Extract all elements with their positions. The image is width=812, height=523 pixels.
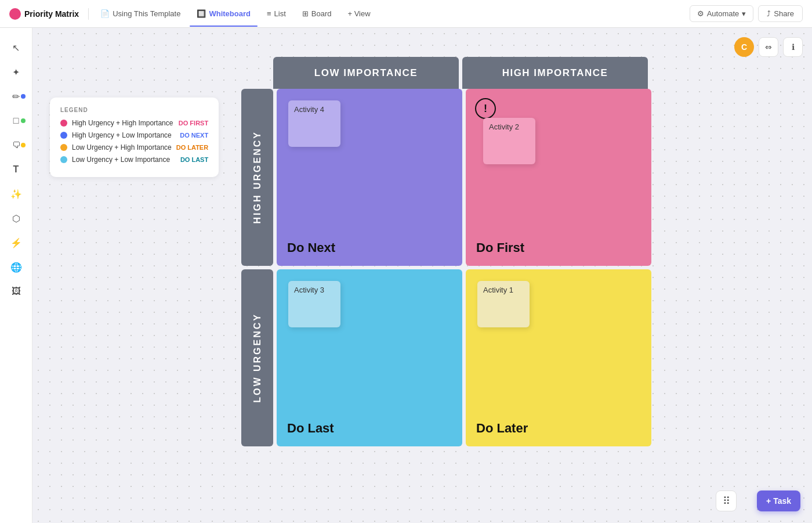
legend-item-do-last: Low Urgency + Low Importance DO LAST	[60, 156, 208, 164]
sticky-activity-3[interactable]: Activity 3	[288, 281, 340, 327]
tab-view[interactable]: + View	[340, 6, 377, 21]
tab-list-label: List	[274, 9, 286, 18]
automate-icon: ⚙	[697, 9, 704, 18]
add-task-button[interactable]: + Task	[757, 490, 800, 511]
tab-list-icon: ≡	[267, 9, 271, 18]
tab-board-icon: ⊞	[302, 9, 309, 18]
cell-do-later-label: Do Later	[476, 421, 528, 436]
sticky-activity-4-label: Activity 4	[294, 105, 324, 114]
legend-badge-do-last: DO LAST	[180, 156, 208, 163]
tab-using-template-label: Using This Template	[113, 9, 180, 18]
tool-cursor[interactable]: ↖	[6, 37, 27, 58]
tab-whiteboard[interactable]: 🔲 Whiteboard	[190, 6, 258, 21]
nav-right: ⚙ Automate ▾ ⤴ Share	[690, 5, 803, 22]
row-header-low-urgency: LOW URGENCY	[241, 269, 273, 446]
grid-dots-button[interactable]: ⠿	[716, 490, 737, 511]
legend-badge-do-first: DO FIRST	[179, 120, 208, 127]
legend-label-do-first: High Urgency + High Importance	[72, 119, 174, 127]
app-title: Priority Matrix	[24, 9, 79, 19]
canvas-controls: C ⇔ ℹ	[734, 37, 803, 57]
tool-comment[interactable]: 🗨	[6, 135, 27, 156]
col-header-low-importance: LOW IMPORTANCE	[273, 57, 459, 89]
col-header-high-importance: HIGH IMPORTANCE	[462, 57, 648, 89]
tool-magic[interactable]: ✦	[6, 62, 27, 82]
logo-icon	[9, 8, 21, 20]
share-label: Share	[774, 9, 794, 18]
nav-divider	[88, 8, 89, 20]
nodes-icon: ⬡	[12, 213, 20, 224]
tab-board-label: Board	[311, 9, 332, 18]
legend-box: LEGEND High Urgency + High Importance DO…	[50, 98, 219, 177]
legend-badge-do-later: DO LATER	[176, 144, 208, 151]
legend-item-do-next: High Urgency + Low Importance DO NEXT	[60, 131, 208, 139]
automate-chevron-icon: ▾	[742, 9, 746, 18]
image-icon: 🖼	[12, 286, 21, 297]
matrix-row-labels: HIGH URGENCY LOW URGENCY	[241, 89, 273, 446]
sticky-activity-2[interactable]: Activity 2	[483, 118, 535, 164]
sticky-activity-4[interactable]: Activity 4	[288, 100, 340, 147]
legend-title: LEGEND	[60, 107, 208, 113]
tool-image[interactable]: 🖼	[6, 281, 27, 302]
info-icon: ℹ	[792, 42, 795, 52]
cell-do-later[interactable]: Activity 1 Do Later	[466, 269, 651, 446]
globe-icon: 🌐	[10, 262, 22, 273]
comment-dot	[21, 143, 26, 147]
legend-label-do-last: Low Urgency + Low Importance	[72, 156, 176, 164]
legend-dot-do-last	[60, 156, 67, 163]
legend-label-do-next: High Urgency + Low Importance	[72, 131, 175, 139]
tool-nodes[interactable]: ⬡	[6, 208, 27, 229]
cell-do-last[interactable]: Activity 3 Do Last	[277, 269, 462, 446]
tool-lightning[interactable]: ⚡	[6, 232, 27, 253]
pen-dot	[21, 94, 26, 99]
matrix-col-headers: LOW IMPORTANCE HIGH IMPORTANCE	[273, 57, 651, 89]
pen-icon: ✏	[12, 91, 20, 102]
tab-using-template[interactable]: 📄 Using This Template	[93, 6, 187, 21]
expand-icon[interactable]: ⇔	[759, 37, 778, 57]
automate-button[interactable]: ⚙ Automate ▾	[690, 5, 754, 22]
row-header-high-urgency: HIGH URGENCY	[241, 89, 273, 266]
info-button[interactable]: ℹ	[783, 37, 803, 57]
tool-rect[interactable]: □	[6, 110, 27, 131]
legend-badge-do-next: DO NEXT	[180, 132, 208, 139]
tool-sparkle[interactable]: ✨	[6, 183, 27, 204]
sticky-activity-3-label: Activity 3	[294, 286, 324, 294]
share-icon: ⤴	[767, 9, 771, 18]
matrix-grid: Activity 4 Do Next ! Activity 2 Do First…	[277, 89, 651, 446]
text-icon: T	[13, 164, 19, 175]
cell-do-first[interactable]: ! Activity 2 Do First	[466, 89, 651, 266]
priority-matrix: LOW IMPORTANCE HIGH IMPORTANCE HIGH URGE…	[241, 57, 651, 446]
tab-list[interactable]: ≡ List	[260, 6, 293, 21]
share-button[interactable]: ⤴ Share	[758, 5, 803, 22]
tool-pen[interactable]: ✏	[6, 86, 27, 107]
legend-item-do-later: Low Urgency + High Importance DO LATER	[60, 143, 208, 152]
tool-globe[interactable]: 🌐	[6, 257, 27, 277]
avatar-letter: C	[741, 42, 747, 52]
app-logo: Priority Matrix	[9, 8, 79, 20]
sticky-activity-2-label: Activity 2	[489, 122, 519, 131]
matrix-body: HIGH URGENCY LOW URGENCY Activity 4 Do N…	[241, 89, 651, 446]
tab-whiteboard-label: Whiteboard	[209, 9, 251, 18]
rect-icon: □	[13, 116, 19, 126]
legend-dot-do-later	[60, 144, 67, 151]
cell-do-next[interactable]: Activity 4 Do Next	[277, 89, 462, 266]
cell-do-next-label: Do Next	[287, 240, 335, 255]
cursor-icon: ↖	[12, 42, 20, 53]
low-urgency-label: LOW URGENCY	[252, 313, 263, 403]
cell-do-first-label: Do First	[476, 240, 524, 255]
tool-text[interactable]: T	[6, 159, 27, 180]
expand-arrows-icon: ⇔	[765, 42, 772, 52]
comment-icon: 🗨	[12, 140, 20, 150]
sticky-activity-1-label: Activity 1	[483, 286, 513, 294]
grid-icon: ⠿	[723, 495, 730, 507]
legend-item-do-first: High Urgency + High Importance DO FIRST	[60, 119, 208, 127]
magic-icon: ✦	[12, 67, 20, 78]
main-canvas[interactable]: C ⇔ ℹ LEGEND High Urgency + High Importa…	[32, 28, 812, 523]
user-avatar[interactable]: C	[734, 37, 754, 57]
sticky-activity-1[interactable]: Activity 1	[477, 281, 530, 327]
legend-dot-do-next	[60, 132, 67, 139]
tab-board[interactable]: ⊞ Board	[295, 6, 339, 21]
add-task-label: + Task	[766, 496, 791, 506]
sparkle-icon: ✨	[10, 189, 22, 200]
rect-dot	[21, 118, 26, 123]
cell-do-last-label: Do Last	[287, 421, 334, 436]
